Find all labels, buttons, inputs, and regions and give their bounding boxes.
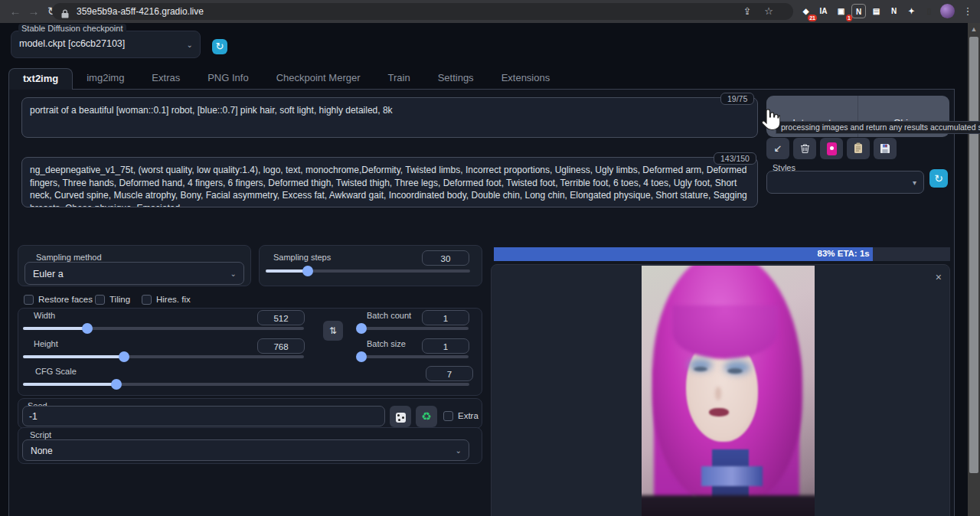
clear-prompt-button[interactable] [793,138,816,159]
tab-extensions[interactable]: Extensions [488,68,564,90]
sampling-steps-label: Sampling steps [273,253,331,262]
negative-prompt-textarea[interactable]: ng_deepnegative_v1_75t, (worst quality, … [21,157,758,207]
hires-fix-label: Hires. fix [156,295,191,304]
restore-faces-label: Restore faces [38,295,93,304]
main-tabbar: txt2img img2img Extras PNG Info Checkpoi… [8,68,955,90]
cfg-scale-slider[interactable] [23,383,469,386]
slider-thumb[interactable] [356,323,367,334]
apply-styles-button[interactable] [847,138,870,159]
chevron-down-icon: ⌄ [187,41,193,49]
tab-settings[interactable]: Settings [424,68,488,90]
checkpoint-block: Stable Diffusion checkpoint model.ckpt [… [11,31,201,58]
tab-extras[interactable]: Extras [138,68,194,90]
sampling-steps-input[interactable]: 30 [422,250,469,266]
slider-thumb[interactable] [356,351,367,362]
portrait-eye [727,368,743,374]
txt2img-panel: portrait of a beautiful [woman::0.1] rob… [8,90,955,516]
portrait-robot-collar [701,466,763,486]
random-seed-dice-button[interactable] [390,406,411,427]
sampling-method-dropdown[interactable]: Euler a ⌄ [24,262,244,285]
lock-icon [61,7,69,24]
chevron-down-icon: ⌄ [456,446,462,455]
extra-seed-checkbox[interactable] [443,411,453,421]
checkpoint-label: Stable Diffusion checkpoint [18,24,126,33]
checkpoint-refresh-button[interactable]: ↻ [212,39,227,54]
dice-icon [396,413,406,423]
interrupt-tooltip: processing images and return any results… [776,121,980,134]
tab-checkpoint-merger[interactable]: Checkpoint Merger [263,68,374,90]
restore-faces-checkbox[interactable] [24,295,34,305]
result-gallery: × [491,264,950,516]
batch-size-slider[interactable] [359,355,469,358]
page-scrollbar: ▲ [968,23,980,516]
generation-progress-bar: 83% ETA: 1s [494,247,950,261]
portrait-eye [694,367,707,371]
slider-thumb[interactable] [119,351,129,362]
height-label: Height [34,339,58,348]
script-label: Script [30,430,51,439]
sampling-method-label: Sampling method [36,253,102,262]
styles-dropdown[interactable]: ▾ [766,171,924,194]
extra-networks-card-icon [827,142,837,155]
address-bar[interactable]: 359e5b9a-a5ff-4216.gradio.live ⇪ ☆ [52,3,793,20]
extra-networks-button[interactable] [820,138,843,159]
tab-png-info[interactable]: PNG Info [194,68,262,90]
extensions-puzzle-icon[interactable]: ✦ [904,4,919,18]
batch-count-label: Batch count [367,311,411,320]
sampling-steps-slider[interactable] [266,269,470,273]
extension-icon-image[interactable]: ▤ [869,4,884,18]
extension-icon-ia[interactable]: IA [816,4,831,18]
extension-icon-pin[interactable]: ◆21 [799,4,813,18]
browser-back-button[interactable]: ← [6,2,24,21]
tiling-checkbox[interactable] [95,295,105,305]
cfg-scale-label: CFG Scale [35,367,77,376]
reuse-seed-recycle-button[interactable]: ♻ [416,406,437,427]
tab-train[interactable]: Train [374,68,424,90]
extra-seed-label: Extra [458,411,479,420]
swap-width-height-button[interactable]: ⇅ [323,321,343,341]
height-slider[interactable] [23,355,304,358]
prompt-textarea[interactable]: portrait of a beautiful [woman::0.1] rob… [21,97,758,138]
seed-input[interactable]: -1 [22,406,385,426]
profile-avatar[interactable] [940,4,955,18]
sd-webui-page: Stable Diffusion checkpoint model.ckpt [… [0,23,968,516]
tiling-label: Tiling [109,295,130,304]
paste-generation-params-button[interactable]: ↙ [766,138,789,159]
script-dropdown[interactable]: None ⌄ [22,439,469,461]
tab-txt2img[interactable]: txt2img [8,68,73,90]
prompt-token-counter: 19/75 [720,93,754,105]
width-slider[interactable] [23,327,304,330]
browser-menu-icon[interactable]: ⋮ [959,2,977,21]
save-style-button[interactable] [874,138,897,159]
scrollbar-thumb[interactable] [969,37,978,473]
hires-fix-checkbox[interactable] [142,295,152,305]
share-icon[interactable]: ⇪ [740,5,755,18]
batch-count-slider[interactable] [359,327,469,330]
close-icon[interactable]: × [936,271,942,283]
portrait-bangs [672,305,778,359]
extension-icon-notion[interactable]: N [851,4,866,18]
bookmark-star-icon[interactable]: ☆ [761,5,776,18]
sampling-steps-block: Sampling steps 30 [259,245,482,286]
styles-refresh-button[interactable]: ↻ [929,169,948,188]
generated-image-preview[interactable] [642,266,815,516]
browser-forward-button[interactable]: → [24,2,43,21]
extension-icon-sidebar[interactable]: ▯ [922,4,936,18]
batch-count-input[interactable]: 1 [422,310,469,325]
chevron-down-icon: ▾ [913,178,916,187]
scrollbar-up-arrow[interactable]: ▲ [968,23,980,35]
checkpoint-dropdown[interactable]: model.ckpt [cc6cb27103] [19,38,125,49]
tab-img2img[interactable]: img2img [73,68,138,90]
chevron-down-icon: ⌄ [230,269,237,278]
progress-text: 83% ETA: 1s [818,249,870,258]
cfg-scale-input[interactable]: 7 [426,366,473,381]
width-input[interactable]: 512 [257,310,305,325]
extension-icon-onenote[interactable]: N [887,4,901,18]
slider-thumb[interactable] [302,266,313,276]
extension-icon-camera[interactable]: ▣1 [834,4,848,18]
sampling-method-block: Sampling method Euler a ⌄ [18,245,251,286]
batch-size-input[interactable]: 1 [422,338,469,354]
height-input[interactable]: 768 [257,338,305,354]
portrait-shoulders [642,495,815,516]
browser-toolbar: ← → ↻ 359e5b9a-a5ff-4216.gradio.live ⇪ ☆… [0,0,980,23]
